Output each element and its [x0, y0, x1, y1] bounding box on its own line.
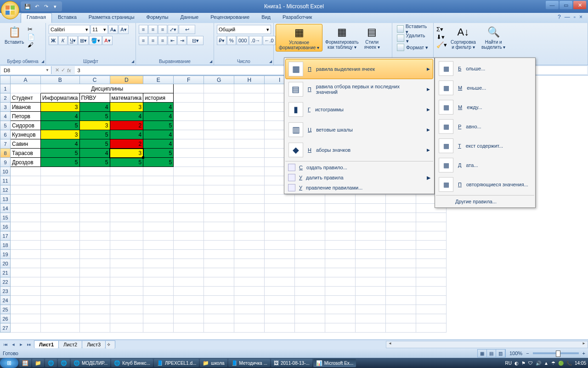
cell-H20[interactable]	[234, 259, 265, 268]
find-select-button[interactable]: 🔍 Найти и выделить ▾	[479, 24, 509, 51]
fill-color-button[interactable]: 🪣▾	[89, 36, 102, 45]
cell-D25[interactable]	[110, 305, 143, 314]
doc-restore[interactable]: ▫	[574, 14, 576, 20]
cell-E3[interactable]: 4	[143, 103, 174, 112]
fill-icon[interactable]: ⬇▾	[436, 34, 447, 40]
cell-F26[interactable]	[174, 314, 204, 323]
row-header-18[interactable]: 18	[0, 241, 11, 250]
col-header-A[interactable]: A	[11, 76, 41, 84]
col-header-D[interactable]: D	[110, 76, 143, 84]
cf-menu-small-1[interactable]: Удалить правила▶	[285, 172, 433, 183]
cell-H8[interactable]	[234, 149, 265, 158]
cell-F2[interactable]	[174, 93, 204, 103]
cell-A1[interactable]	[11, 84, 41, 93]
cell-G6[interactable]	[204, 130, 234, 139]
cell-Q15[interactable]	[356, 213, 386, 222]
cell-B8[interactable]: 5	[41, 149, 80, 158]
sheet-tab-1[interactable]: Лист1	[34, 340, 59, 348]
cell-B24[interactable]	[41, 296, 80, 305]
cell-G17[interactable]	[204, 231, 234, 241]
cell-P13[interactable]	[325, 195, 356, 204]
cell-S21[interactable]	[416, 268, 447, 277]
cell-A22[interactable]	[11, 277, 41, 287]
cell-Q13[interactable]	[356, 195, 386, 204]
cell-C26[interactable]	[79, 314, 110, 323]
tray-icon[interactable]: ▲	[544, 361, 548, 366]
cell-D17[interactable]	[110, 231, 143, 241]
cell-H24[interactable]	[234, 296, 265, 305]
cell-F13[interactable]	[174, 195, 204, 204]
cell-A19[interactable]	[11, 250, 41, 259]
tab-developer[interactable]: Разработчик	[277, 13, 318, 23]
cell-E8[interactable]: 5	[143, 149, 174, 158]
qat-undo[interactable]: ↶	[33, 2, 41, 11]
cell-D4[interactable]: 4	[110, 112, 143, 121]
cell-P22[interactable]	[325, 277, 356, 287]
cell-E24[interactable]	[143, 296, 174, 305]
col-header-H[interactable]: H	[234, 76, 265, 84]
cell-I26[interactable]	[265, 314, 295, 323]
cf-menu-item-1[interactable]: ▤Правила отбора первых и последних значе…	[285, 79, 433, 99]
cell-O27[interactable]	[295, 323, 325, 333]
cell-G21[interactable]	[204, 268, 234, 277]
cell-S25[interactable]	[416, 305, 447, 314]
sheet-tab-3[interactable]: Лист3	[82, 340, 106, 348]
cell-S22[interactable]	[416, 277, 447, 287]
sub-menu-item-6[interactable]: ▦Повторяющиеся значения...	[436, 175, 534, 194]
cell-A26[interactable]	[11, 314, 41, 323]
cell-O22[interactable]	[295, 277, 325, 287]
font-dialog-launcher[interactable]: ◢	[131, 59, 134, 63]
cell-A24[interactable]	[11, 296, 41, 305]
cell-G19[interactable]	[204, 250, 234, 259]
cell-A17[interactable]	[11, 231, 41, 241]
cell-A3[interactable]: Иванов	[11, 103, 41, 112]
sheet-nav-first[interactable]: ⏮	[2, 342, 9, 347]
orientation-button[interactable]: ⤢▾	[168, 25, 178, 34]
row-header-3[interactable]: 3	[0, 103, 11, 112]
cell-E9[interactable]: 5	[143, 158, 174, 167]
tray-icon[interactable]: 🟢	[558, 361, 564, 366]
cell-I27[interactable]	[265, 323, 295, 333]
cell-F9[interactable]	[174, 158, 204, 167]
cell-A23[interactable]	[11, 287, 41, 296]
qat-save[interactable]: 💾	[23, 2, 32, 11]
cell-R22[interactable]	[386, 277, 416, 287]
cell-G10[interactable]	[204, 167, 234, 176]
cell-E18[interactable]	[143, 241, 174, 250]
row-header-15[interactable]: 15	[0, 213, 11, 222]
cell-A8[interactable]: Тарасов	[11, 149, 41, 158]
cell-C5[interactable]: 3	[79, 121, 110, 130]
cell-P19[interactable]	[325, 250, 356, 259]
cell-O25[interactable]	[295, 305, 325, 314]
cell-H11[interactable]	[234, 176, 265, 185]
cell-H5[interactable]	[234, 121, 265, 130]
cell-P20[interactable]	[325, 259, 356, 268]
alignment-dialog-launcher[interactable]: ◢	[209, 59, 212, 63]
zoom-in-button[interactable]: +	[582, 351, 585, 356]
cell-F10[interactable]	[174, 167, 204, 176]
increase-decimal-button[interactable]: .0→	[249, 36, 262, 45]
cell-G1[interactable]	[204, 84, 234, 93]
cell-H21[interactable]	[234, 268, 265, 277]
cell-H2[interactable]	[234, 93, 265, 103]
cell-G14[interactable]	[204, 204, 234, 213]
sheet-tab-2[interactable]: Лист2	[58, 340, 82, 348]
cell-D20[interactable]	[110, 259, 143, 268]
cell-D15[interactable]	[110, 213, 143, 222]
zoom-slider[interactable]	[533, 352, 579, 354]
cell-P26[interactable]	[325, 314, 356, 323]
cell-E16[interactable]	[143, 222, 174, 231]
cell-R14[interactable]	[386, 204, 416, 213]
cell-C22[interactable]	[79, 277, 110, 287]
cell-H4[interactable]	[234, 112, 265, 121]
row-header-2[interactable]: 2	[0, 93, 11, 103]
cell-C4[interactable]: 5	[79, 112, 110, 121]
fx-icon[interactable]: fx	[67, 68, 71, 73]
zoom-out-button[interactable]: −	[526, 351, 529, 356]
cell-C14[interactable]	[79, 204, 110, 213]
row-header-16[interactable]: 16	[0, 222, 11, 231]
percent-button[interactable]: %	[227, 36, 236, 45]
cell-Q16[interactable]	[356, 222, 386, 231]
cell-E17[interactable]	[143, 231, 174, 241]
cell-B13[interactable]	[41, 195, 80, 204]
